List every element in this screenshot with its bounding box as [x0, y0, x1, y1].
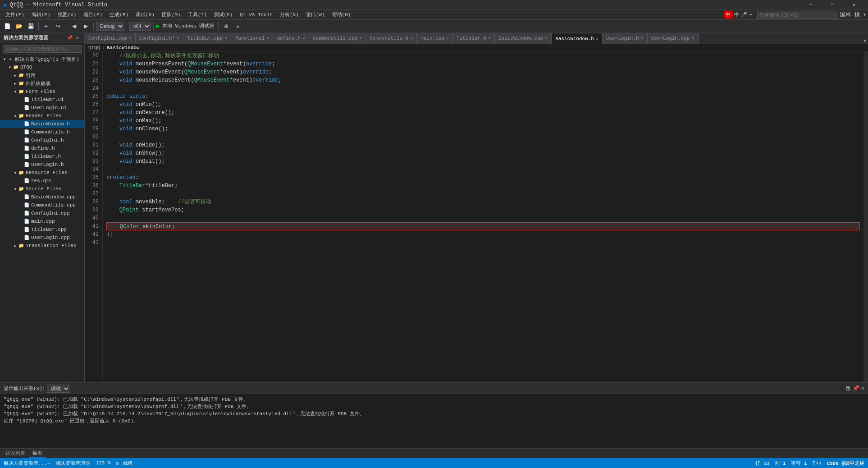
- tab-configini-cpp[interactable]: ConfigIni.cpp ✕: [85, 33, 136, 44]
- tab-basicwindow-h[interactable]: BasicWindow.h ✕: [552, 33, 603, 44]
- menu-file[interactable]: 文件(F): [2, 10, 28, 19]
- toolbar-redo[interactable]: ↪: [53, 21, 64, 31]
- tree-translation-files[interactable]: ▶ 📁 Translation Files: [0, 242, 84, 250]
- tab-main-cpp[interactable]: main.cpp ✕: [417, 33, 453, 44]
- tree-resource-files[interactable]: ▼ 📁 Resource Files: [0, 169, 84, 177]
- toolbar-forward[interactable]: ▶: [80, 21, 91, 31]
- tree-basicwindow-cpp[interactable]: ▶ 📄 BasicWindow.cpp: [0, 193, 84, 201]
- output-clear-btn[interactable]: 🗑: [845, 385, 851, 392]
- tab-close-main-cpp[interactable]: ✕: [446, 36, 449, 41]
- menu-window[interactable]: 窗口(W): [302, 10, 329, 19]
- tree-source-files[interactable]: ▼ 📁 Source Files: [0, 185, 84, 193]
- tab-configini-h[interactable]: ConfigIni.h* ✕: [136, 33, 183, 44]
- tab-close-titlebar-h[interactable]: ✕: [488, 36, 491, 41]
- close-button[interactable]: ✕: [844, 0, 864, 10]
- tree-header-files[interactable]: ▼ 📁 Header Files: [0, 112, 84, 120]
- sidebar-search-input[interactable]: [3, 45, 82, 53]
- tree-commonutils-h[interactable]: ▶ 📄 CommonUtils.h: [0, 128, 84, 136]
- tab-close-commonutils-cpp[interactable]: ✕: [359, 36, 362, 41]
- toolbar-new[interactable]: 📄: [2, 21, 13, 31]
- toolbar-extra2[interactable]: ≡: [233, 21, 243, 31]
- toolbar-save[interactable]: 💾: [25, 21, 36, 31]
- tab-titlebar-cpp[interactable]: TitleBar.cpp ✕: [183, 33, 231, 44]
- tree-define-h[interactable]: ▶ 📄 define.h: [0, 144, 84, 152]
- status-team-explorer[interactable]: 团队资源管理器: [55, 460, 90, 467]
- tab-close-configini-cpp[interactable]: ✕: [129, 36, 132, 41]
- menu-tools[interactable]: 工具(T): [184, 10, 210, 19]
- error-list-tab[interactable]: 错误列表: [2, 449, 29, 458]
- toolbar-back[interactable]: ◀: [69, 21, 79, 31]
- output-close-btn[interactable]: ✕: [861, 385, 864, 392]
- menu-view[interactable]: 视图(V): [54, 10, 80, 19]
- tab-close-titlebar-cpp[interactable]: ✕: [224, 36, 227, 41]
- output-source-select[interactable]: 调试: [47, 385, 70, 393]
- tree-solution[interactable]: ▼ ◈ 解决方案'QtQQ'(1 个项目): [0, 55, 84, 63]
- search-area[interactable]: [757, 11, 838, 19]
- menu-edit[interactable]: 编辑(E): [28, 10, 54, 19]
- toolbar-extra1[interactable]: ⊕: [221, 21, 232, 31]
- menu-project[interactable]: 项目(P): [80, 10, 106, 19]
- platform-dropdown[interactable]: x64: [129, 22, 151, 31]
- run-button[interactable]: ▶: [156, 22, 160, 30]
- tab-userlogin-h[interactable]: UserLogin.h ✕: [603, 33, 648, 44]
- sidebar-close-btn[interactable]: ✕: [74, 35, 81, 41]
- quick-search-input[interactable]: [757, 11, 838, 19]
- tab-close-functional[interactable]: ✕: [266, 36, 269, 41]
- tab-close-userlogin-cpp[interactable]: ✕: [691, 36, 694, 41]
- menu-analyze[interactable]: 分析(N): [276, 10, 302, 19]
- vertical-scrollbar[interactable]: [863, 52, 868, 382]
- tab-overflow-btn[interactable]: ▼: [861, 38, 868, 44]
- menu-build[interactable]: 生成(B): [106, 10, 132, 19]
- code-editor[interactable]: 2021222324252627282930313233343536373839…: [85, 52, 868, 382]
- minimize-button[interactable]: ─: [800, 0, 821, 10]
- tree-references[interactable]: ▶ 📁 引用: [0, 71, 84, 79]
- tab-define-h[interactable]: define.h ✕: [273, 33, 309, 44]
- status-zoom[interactable]: 120 %: [96, 460, 110, 466]
- tab-close-basicwindow-h[interactable]: ✕: [596, 36, 598, 41]
- tree-external-deps[interactable]: ▶ 📁 外部依赖项: [0, 79, 84, 87]
- tab-close-configini-h[interactable]: ✕: [177, 36, 179, 41]
- menu-help[interactable]: 帮助(H): [329, 10, 355, 19]
- tree-userlogin-cpp[interactable]: ▶ 📄 UserLogin.cpp: [0, 234, 84, 242]
- tree-userlogin-ui[interactable]: ▶ 📄 UserLogin.ui: [0, 104, 84, 112]
- menu-qt-tools[interactable]: Qt VS Tools: [236, 11, 276, 18]
- titlebar-h-label: TitleBar.h: [31, 154, 61, 159]
- code-content[interactable]: //鼠标点击,移动,释放事件实现窗口移动 void mousePressEven…: [103, 52, 863, 382]
- tree-project[interactable]: ▼ 📁 QTQQ: [0, 63, 84, 71]
- debug-config-dropdown[interactable]: Debug: [96, 22, 124, 31]
- tree-titlebar-h[interactable]: ▶ 📄 TitleBar.h: [0, 152, 84, 161]
- menu-debug[interactable]: 调试(D): [132, 10, 158, 19]
- toolbar-undo[interactable]: ↩: [41, 21, 52, 31]
- tree-main-cpp[interactable]: ▶ 📄 main.cpp: [0, 217, 84, 225]
- tab-commonutils-h[interactable]: CommonUtils.h ✕: [366, 33, 417, 44]
- tree-commonutils-cpp[interactable]: ▶ 📄 CommonUtils.cpp: [0, 201, 84, 209]
- tree-res-qrc[interactable]: ▶ 📄 res.qrc: [0, 177, 84, 185]
- tree-configini-h[interactable]: ▶ 📄 ConfigIni.h: [0, 136, 84, 144]
- tree-userlogin-h[interactable]: ▶ 📄 UserLogin.h: [0, 161, 84, 169]
- code-line-30: [106, 133, 860, 141]
- tab-userlogin-cpp[interactable]: UserLogin.cpp ✕: [648, 33, 699, 44]
- tab-commonutils-cpp[interactable]: CommonUtils.cpp ✕: [309, 33, 366, 44]
- tree-titlebar-ui[interactable]: ▶ 📄 TitleBar.ui: [0, 96, 84, 104]
- tree-form-files[interactable]: ▼ 📁 Form Files: [0, 87, 84, 96]
- sidebar-pin-btn[interactable]: 📌: [67, 35, 73, 41]
- tab-titlebar-h[interactable]: TitleBar.h ✕: [453, 33, 495, 44]
- status-solution-explorer[interactable]: 解决方案资源管...→: [4, 460, 50, 467]
- toolbar-open[interactable]: 📂: [14, 21, 24, 31]
- ime-logo: 中: [724, 11, 732, 18]
- tab-basicwindow-cpp[interactable]: BasicWindow.cpp ✕: [495, 33, 552, 44]
- output-pin-btn[interactable]: 📌: [853, 385, 859, 392]
- output-tab[interactable]: 输出: [29, 449, 46, 458]
- tab-functional[interactable]: functional ✕: [231, 33, 273, 44]
- tree-basicwindow-h[interactable]: ▶ 📄 BasicWindow.h: [0, 120, 84, 128]
- menu-test[interactable]: 测试(S): [210, 10, 237, 19]
- maximize-button[interactable]: □: [822, 0, 843, 10]
- tab-close-define-h[interactable]: ✕: [302, 36, 305, 41]
- tab-close-userlogin-h[interactable]: ✕: [641, 36, 644, 41]
- tab-close-commonutils-h[interactable]: ✕: [410, 36, 413, 41]
- tree-titlebar-cpp[interactable]: ▶ 📄 TitleBar.cpp: [0, 225, 84, 234]
- tree-configini-cpp[interactable]: ▶ 📄 ConfigIni.cpp: [0, 209, 84, 217]
- tree-area: ▼ ◈ 解决方案'QtQQ'(1 个项目) ▼ 📁 QTQQ ▶ 📁 引用: [0, 55, 84, 382]
- menu-team[interactable]: 团队(M): [158, 10, 184, 19]
- tab-close-basicwindow-cpp[interactable]: ✕: [545, 36, 548, 41]
